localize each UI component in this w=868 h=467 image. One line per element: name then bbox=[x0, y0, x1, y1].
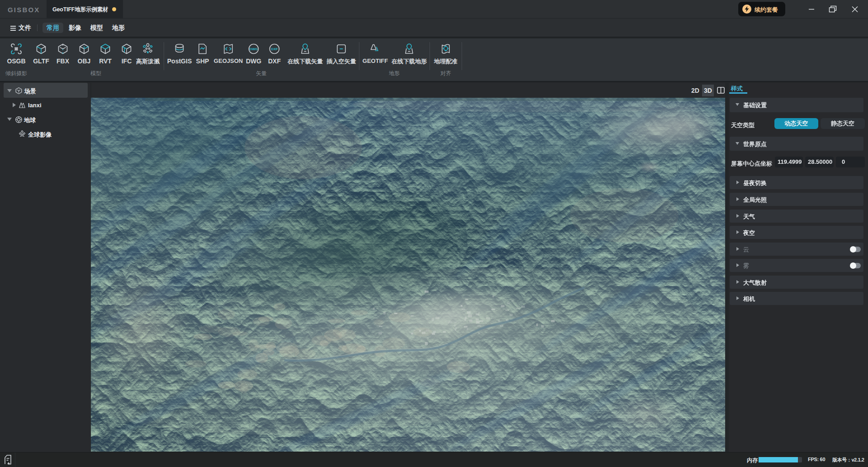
svg-text:DXF: DXF bbox=[271, 47, 278, 51]
